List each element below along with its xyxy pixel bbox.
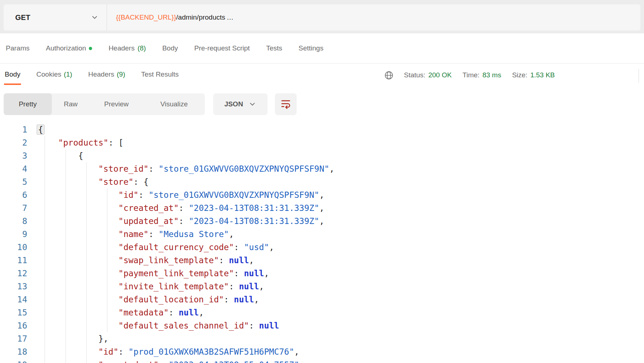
tab-label: Params [6, 44, 29, 52]
response-tabs: BodyCookies(1)Headers(9)Test Results [4, 64, 179, 85]
code-text: "store": { [27, 175, 149, 188]
globe-icon[interactable] [384, 70, 394, 80]
token-s: "usd" [244, 242, 269, 252]
line-number[interactable]: 12 [0, 267, 27, 280]
line-number[interactable]: 19 [0, 358, 27, 363]
token-k: "id" [119, 190, 139, 200]
request-tab-params[interactable]: Params [6, 44, 29, 52]
token-k: "id" [98, 347, 118, 356]
line-number[interactable]: 4 [0, 162, 27, 175]
view-tab-visualize[interactable]: Visualize [143, 93, 205, 115]
line-number[interactable]: 14 [0, 293, 27, 306]
code-text: { [27, 123, 45, 136]
response-tab-cookies[interactable]: Cookies(1) [36, 64, 73, 85]
line-number[interactable]: 10 [0, 241, 27, 254]
token-p [38, 295, 119, 304]
response-body-editor[interactable]: 1{2 "products": [3 {4 "store_id": "store… [0, 115, 644, 363]
code-text: "created_at": "2023-04-13T08:55:04.7557" [27, 358, 299, 363]
token-k: "updated_at" [119, 216, 179, 226]
line-number[interactable]: 7 [0, 201, 27, 215]
view-tab-raw[interactable]: Raw [52, 93, 90, 115]
view-tab-preview[interactable]: Preview [90, 93, 143, 115]
code-text: "name": "Medusa Store", [27, 228, 234, 241]
request-tab-pre-request-script[interactable]: Pre-request Script [194, 44, 250, 52]
request-tab-authorization[interactable]: Authorization [46, 44, 92, 52]
response-tab-headers[interactable]: Headers(9) [87, 64, 126, 85]
code-text: }, [27, 332, 108, 345]
line-number[interactable]: 9 [0, 228, 27, 241]
response-tab-body[interactable]: Body [4, 64, 21, 85]
request-tab-tests[interactable]: Tests [266, 44, 282, 52]
tab-label: Pre-request Script [194, 44, 250, 52]
url-path: /admin/products [176, 13, 225, 21]
token-p: , [319, 216, 324, 226]
token-p [38, 177, 98, 187]
line-number[interactable]: 18 [0, 345, 27, 358]
token-n: null [259, 321, 279, 330]
token-s: "prod_01GXWX6MA3B2SAFWF51H6PMC76" [128, 347, 294, 356]
token-p: , [199, 308, 204, 317]
token-p [38, 321, 119, 330]
line-number[interactable]: 6 [0, 188, 27, 201]
tab-label: Tests [266, 44, 282, 52]
line-number[interactable]: 2 [0, 136, 27, 149]
code-line: 18 "id": "prod_01GXWX6MA3B2SAFWF51H6PMC7… [0, 345, 644, 358]
line-number[interactable]: 15 [0, 306, 27, 319]
token-p: , [259, 282, 264, 291]
code-line: 11 "swap_link_template": null, [0, 254, 644, 267]
url-input[interactable]: {{BACKEND_URL}}/admin/products… [107, 4, 640, 30]
meta-time: Time:83 ms [463, 71, 501, 79]
meta-value: 200 OK [428, 71, 451, 79]
wrap-text-button[interactable] [275, 93, 297, 115]
indent-guide [107, 188, 107, 332]
line-number[interactable]: 1 [0, 123, 27, 136]
method-label: GET [15, 13, 30, 22]
token-p: : [249, 321, 259, 330]
wrap-text-icon [280, 98, 292, 110]
api-client-window: GET {{BACKEND_URL}}/admin/products… Para… [0, 0, 644, 363]
token-p: : { [133, 177, 149, 187]
token-k: "store_id" [98, 164, 148, 174]
line-number[interactable]: 13 [0, 280, 27, 293]
token-k: "created_at" [98, 360, 158, 363]
token-k: "created_at" [119, 203, 179, 213]
view-label: Visualize [160, 100, 188, 108]
meta-label: Time: [463, 71, 480, 79]
token-k: "swap_link_template" [119, 256, 219, 265]
line-number[interactable]: 11 [0, 254, 27, 267]
line-number[interactable]: 3 [0, 149, 27, 162]
request-tab-settings[interactable]: Settings [298, 44, 323, 52]
token-p: : [119, 347, 129, 356]
format-label: JSON [224, 100, 243, 108]
line-number[interactable]: 16 [0, 319, 27, 332]
code-text: "created_at": "2023-04-13T08:31:31.339Z"… [27, 201, 324, 215]
code-text: "default_currency_code": "usd", [27, 241, 274, 254]
token-p: , [229, 229, 234, 239]
line-number[interactable]: 17 [0, 332, 27, 345]
line-number[interactable]: 8 [0, 215, 27, 228]
code-line: 19 "created_at": "2023-04-13T08:55:04.75… [0, 358, 644, 363]
tab-count: (8) [137, 44, 146, 52]
meta-status: Status:200 OK [404, 71, 452, 79]
tab-label: Body [162, 44, 178, 52]
code-line: 8 "updated_at": "2023-04-13T08:31:31.339… [0, 215, 644, 228]
view-tab-pretty[interactable]: Pretty [4, 93, 52, 115]
meta-value: 1.53 KB [530, 71, 555, 79]
response-tab-test-results[interactable]: Test Results [140, 64, 179, 85]
tab-label: Body [5, 70, 20, 78]
line-number[interactable]: 5 [0, 175, 27, 188]
view-label: Preview [104, 100, 129, 108]
meta-divider [639, 69, 639, 83]
code-line: 16 "default_sales_channel_id": null [0, 319, 644, 332]
tab-label: Headers [88, 70, 114, 78]
token-k: "default_currency_code" [119, 242, 234, 252]
format-dropdown[interactable]: JSON [213, 93, 268, 115]
token-p: , [264, 269, 269, 278]
token-p: , [254, 295, 259, 304]
token-k: "default_location_id" [119, 295, 224, 304]
request-tab-headers[interactable]: Headers(8) [108, 44, 146, 52]
code-text: "id": "store_01GXWVVG0BXQVZXPNYQSPFSF9N"… [27, 188, 324, 201]
method-selector[interactable]: GET [4, 4, 107, 30]
token-p: : [149, 164, 159, 174]
request-tab-body[interactable]: Body [162, 44, 178, 52]
